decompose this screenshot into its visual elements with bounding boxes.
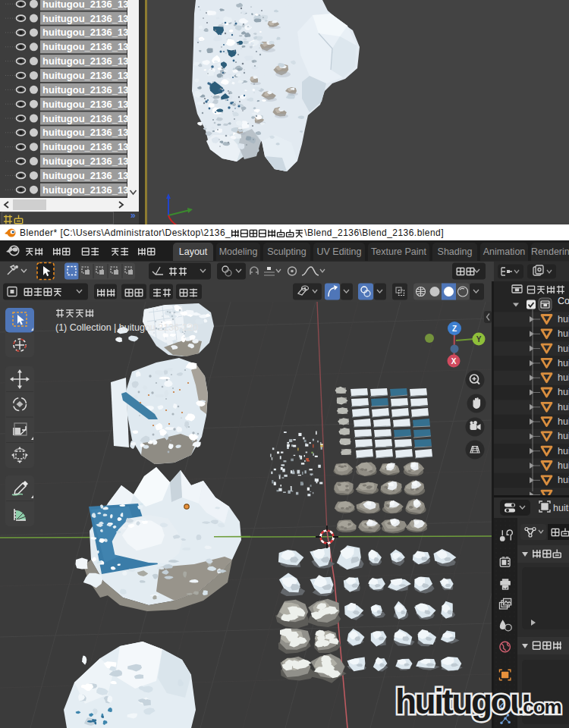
svg-text:X: X: [451, 357, 457, 366]
svg-text:huitugou: huitugou: [395, 682, 530, 721]
svg-text:.com: .com: [518, 695, 561, 718]
svg-text:Y: Y: [476, 335, 482, 344]
svg-text:Z: Z: [452, 325, 457, 333]
